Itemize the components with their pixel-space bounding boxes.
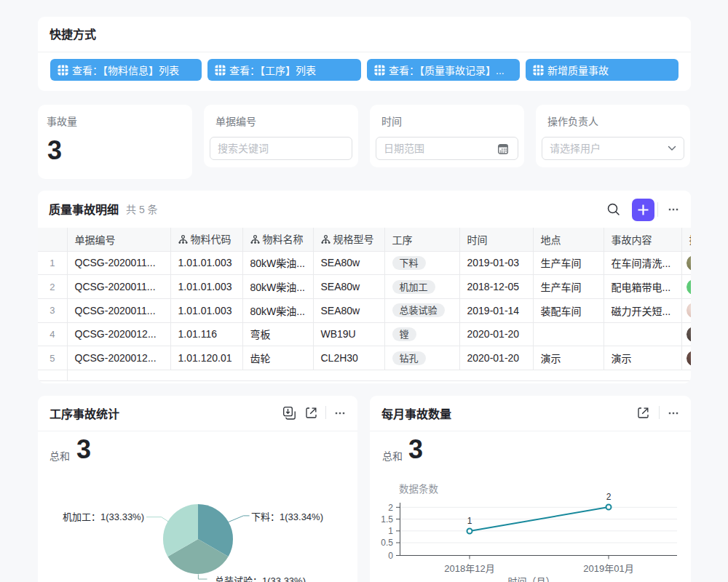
svg-text:2: 2: [606, 492, 612, 502]
svg-text:下料：1(33.34%): 下料：1(33.34%): [251, 511, 323, 522]
svg-text:时间（月）: 时间（月）: [507, 576, 555, 582]
svg-text:总装试验：1(33.33%): 总装试验：1(33.33%): [215, 575, 306, 582]
svg-text:1: 1: [467, 516, 472, 526]
svg-text:2019年01月: 2019年01月: [583, 563, 633, 574]
svg-text:1.5: 1.5: [381, 514, 393, 525]
svg-text:0: 0: [388, 551, 393, 561]
svg-text:1: 1: [388, 526, 393, 536]
svg-text:数据条数: 数据条数: [399, 483, 438, 495]
svg-text:2018年12月: 2018年12月: [444, 563, 494, 574]
svg-text:机加工：1(33.33%): 机加工：1(33.33%): [63, 511, 144, 522]
svg-text:0.5: 0.5: [381, 538, 393, 548]
svg-text:2: 2: [388, 503, 393, 513]
